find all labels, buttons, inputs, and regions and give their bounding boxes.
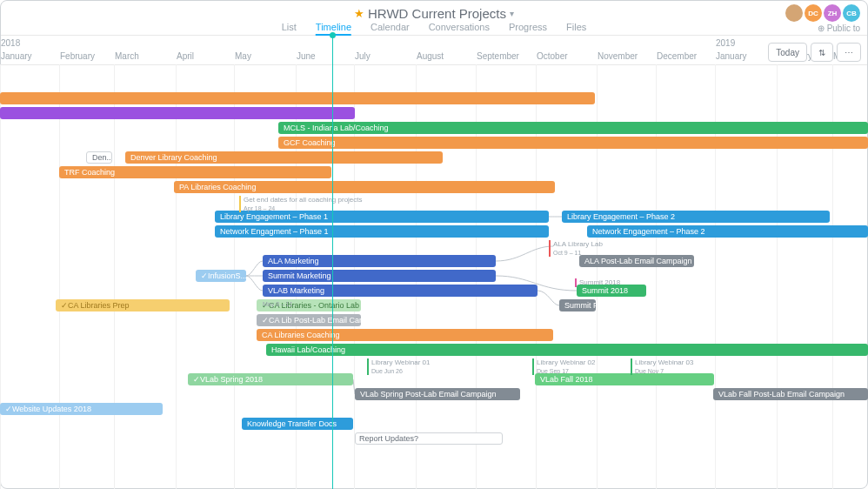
task-bar[interactable]: MCLS - Indiana Lab/Coaching — [278, 122, 868, 134]
task-bar[interactable]: Website Updates 2018 — [0, 403, 163, 415]
task-bar[interactable]: InfusionS... — [196, 270, 246, 282]
grid-line — [0, 64, 1, 489]
new-task-input[interactable]: Report Updates? — [355, 432, 503, 445]
month-label: June — [297, 51, 316, 61]
globe-icon: ⊕ — [818, 23, 825, 33]
task-bar[interactable]: Denver Library Coaching — [125, 151, 443, 164]
task-bar[interactable]: Knowledge Transfer Docs — [242, 418, 353, 430]
star-icon[interactable]: ★ — [354, 7, 364, 20]
task-bar[interactable]: GCF Coaching — [278, 137, 868, 149]
app-header: ★ HRWD Current Projects ▾ ListTimelineCa… — [1, 1, 867, 36]
timeline-grid[interactable]: MCLS - Indiana Lab/CoachingGCF CoachingD… — [0, 64, 868, 489]
task-bar[interactable] — [0, 107, 355, 119]
sort-button[interactable]: ⇅ — [811, 43, 833, 62]
today-button[interactable]: Today — [768, 43, 807, 62]
task-bar[interactable]: Library Engagement – Phase 2 — [562, 211, 830, 223]
tab-files[interactable]: Files — [566, 22, 586, 36]
avatar[interactable]: DC — [805, 4, 822, 22]
task-note[interactable]: Library Webinar 02Due Sep 17 — [537, 358, 595, 375]
project-title: HRWD Current Projects — [368, 6, 506, 21]
public-label[interactable]: ⊕ Public to — [818, 23, 860, 33]
task-bar[interactable]: Network Engagement – Phase 2 — [587, 225, 868, 238]
month-label: March — [115, 51, 139, 61]
task-note[interactable]: Get end dates for all coaching projectsA… — [244, 196, 363, 212]
chevron-down-icon[interactable]: ▾ — [510, 9, 514, 18]
task-bar[interactable]: Hawaii Lab/Coaching — [266, 344, 868, 356]
month-label: July — [355, 51, 371, 61]
task-bar[interactable]: VLab Fall Post-Lab Email Campaign — [713, 388, 868, 400]
task-bar[interactable]: CA Libraries Prep — [56, 299, 230, 311]
task-note[interactable]: Library Webinar 03Due Nov 7 — [635, 358, 693, 375]
task-bar[interactable]: Network Engagment – Phase 1 — [215, 225, 549, 238]
task-bar[interactable]: VLAB Marketing — [263, 285, 537, 297]
task-bar[interactable]: TRF Coaching — [59, 166, 331, 178]
grid-line — [59, 64, 60, 489]
avatar[interactable] — [785, 4, 803, 22]
month-label: November — [598, 51, 638, 61]
task-bar[interactable]: ALA Marketing — [263, 255, 496, 267]
task-note[interactable]: Summit 2018 — [579, 278, 620, 287]
month-label: January — [1, 51, 32, 61]
grid-line — [176, 64, 177, 489]
task-bar[interactable]: Summit Po... — [559, 299, 596, 311]
month-label: October — [537, 51, 568, 61]
month-label: May — [235, 51, 251, 61]
today-indicator — [332, 35, 333, 489]
tab-calendar[interactable]: Calendar — [371, 22, 410, 36]
task-bar[interactable]: Summit Marketing — [263, 270, 496, 282]
tab-progress[interactable]: Progress — [509, 22, 547, 36]
year-label: 2019 — [716, 38, 735, 48]
tab-conversations[interactable]: Conversations — [429, 22, 490, 36]
task-bar[interactable]: VLab Spring 2018 — [188, 373, 353, 385]
avatar[interactable]: ZH — [824, 4, 841, 22]
project-title-wrap[interactable]: ★ HRWD Current Projects ▾ — [354, 6, 514, 21]
task-note[interactable]: ALA Library LabOct 9 – 11 — [553, 240, 603, 257]
task-bar[interactable]: CA Lib Post-Lab Email Campaign — [257, 314, 361, 326]
member-avatars: DC ZH CB — [785, 4, 860, 22]
task-bar[interactable] — [0, 92, 595, 104]
task-note[interactable]: May 8 – 11 — [263, 300, 293, 309]
month-label: January — [716, 51, 747, 61]
task-bar[interactable]: PA Libraries Coaching — [174, 181, 555, 193]
zoom-button[interactable]: ⋯ — [837, 43, 861, 62]
grid-line — [114, 64, 115, 489]
timeline-ruler: 20182019JanuaryFebruaryMarchAprilMayJune… — [1, 36, 867, 65]
view-tabs: ListTimelineCalendarConversationsProgres… — [282, 22, 587, 36]
year-label: 2018 — [1, 38, 20, 48]
month-label: February — [60, 51, 95, 61]
month-label: December — [657, 51, 697, 61]
task-note[interactable]: Library Webinar 01Due Jun 26 — [371, 358, 430, 375]
month-label: April — [177, 51, 194, 61]
task-bar[interactable]: VLab Spring Post-Lab Email Campaign — [355, 388, 520, 400]
timeline-controls: Today ⇅ ⋯ — [768, 43, 861, 62]
month-label: August — [417, 51, 444, 61]
task-bar[interactable]: Den... — [86, 151, 112, 164]
tab-list[interactable]: List — [282, 22, 297, 36]
avatar[interactable]: CB — [843, 4, 860, 22]
task-bar[interactable]: CA Libraries Coaching — [257, 329, 553, 341]
month-label: September — [477, 51, 519, 61]
